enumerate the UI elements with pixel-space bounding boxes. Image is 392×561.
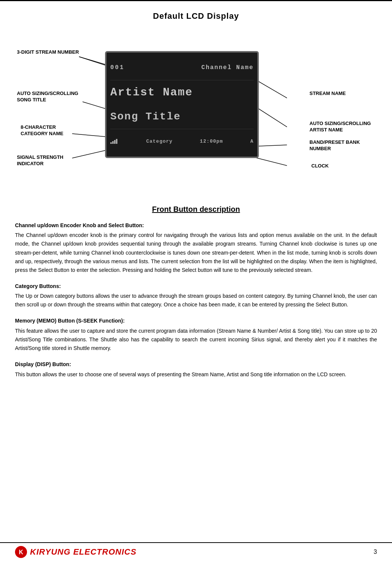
lcd-display: 001 Channel Name Artist Name Song Title … [105, 51, 259, 158]
lcd-diagram: 001 Channel Name Artist Name Song Title … [15, 29, 377, 190]
desc-channel-knob-text: The Channel up/down encoder knob is the … [15, 231, 377, 274]
footer-logo-icon: K [15, 546, 27, 558]
kiryung-icon: K [15, 546, 27, 558]
lcd-artist-name: Artist Name [110, 86, 193, 99]
section-title-buttons: Front Button description [15, 205, 377, 214]
lcd-channel-name: Channel Name [125, 64, 254, 71]
label-clock: CLOCK [311, 163, 329, 169]
desc-channel-knob: Channel up/down Encoder Knob and Select … [15, 221, 377, 274]
lcd-band: A [250, 139, 254, 144]
footer-logo-text: KIRYUNG ELECTRONICS [30, 547, 137, 557]
desc-memo-heading: Memory (MEMO) Button (S-SEEK Function): [15, 317, 377, 325]
lcd-time: 12:00pm [200, 139, 223, 144]
label-category-name: 8-CHARACTERCATEGORY NAME [21, 124, 63, 137]
desc-category-heading: Category Buttons: [15, 282, 377, 290]
lcd-row-1: 001 Channel Name [110, 56, 254, 80]
footer-logo: K KIRYUNG ELECTRONICS [15, 546, 137, 558]
desc-memo-text: This feature allows the user to capture … [15, 327, 377, 353]
desc-disp-button: Display (DISP) Button: This button allow… [15, 360, 377, 379]
lcd-row-3: Song Title [110, 105, 254, 129]
desc-disp-heading: Display (DISP) Button: [15, 360, 377, 368]
label-auto-sizing-artist: AUTO SIZING/SCROLLINGARTIST NAME [309, 121, 371, 133]
svg-text:K: K [19, 549, 23, 555]
footer: K KIRYUNG ELECTRONICS 3 [0, 542, 392, 561]
desc-channel-knob-heading: Channel up/down Encoder Knob and Select … [15, 221, 377, 229]
desc-category-buttons: Category Buttons: The Up or Down categor… [15, 282, 377, 309]
label-stream-number: 3-DIGIT STREAM NUMBER [17, 49, 79, 56]
lcd-row-2: Artist Name [110, 80, 254, 105]
footer-page-number: 3 [374, 549, 377, 555]
lcd-signal-bars [110, 139, 117, 144]
label-stream-name: STREAM NAME [309, 90, 346, 97]
desc-memo-button: Memory (MEMO) Button (S-SEEK Function): … [15, 317, 377, 353]
lcd-category: Category [146, 139, 173, 144]
label-auto-sizing-song: AUTO SIZING/SCROLLINGSONG TITLE [17, 90, 78, 103]
label-band-preset: BAND/PRESET BANKNUMBER [309, 139, 360, 152]
label-signal-strength: SIGNAL STRENGTHINDICATOR [17, 154, 63, 167]
desc-disp-text: This button allows the user to choose on… [15, 370, 377, 379]
desc-category-text: The Up or Down category buttons allows t… [15, 292, 377, 309]
lcd-song-title: Song Title [110, 111, 181, 122]
page-title: Default LCD Display [15, 11, 377, 21]
lcd-stream-number: 001 [110, 64, 125, 71]
lcd-row-4: Category 12:00pm A [110, 129, 254, 154]
